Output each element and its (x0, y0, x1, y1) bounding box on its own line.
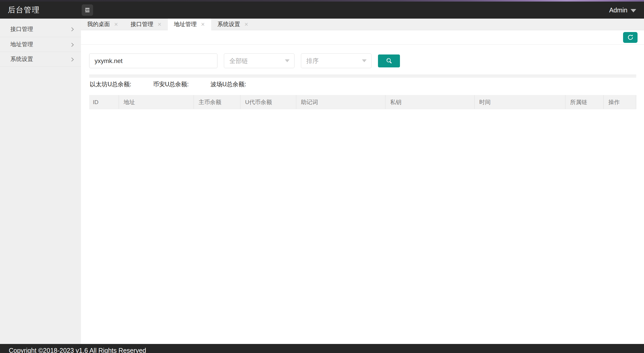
balance-stats: 以太坊U总余额: 币安U总余额: 波场U总余额: (81, 80, 644, 88)
sidebar-item-api-management[interactable]: 接口管理 (0, 21, 81, 37)
admin-app: 后台管理 Admin 接口管理 地址管理 系 (0, 0, 644, 353)
content-panel: 我的桌面 ✕ 接口管理 ✕ 地址管理 ✕ 系统设置 ✕ (81, 19, 644, 344)
tab-label: 地址管理 (174, 20, 197, 28)
caret-down-icon (631, 9, 636, 12)
sidebar-item-label: 接口管理 (10, 25, 33, 33)
app-header: 后台管理 Admin (0, 2, 644, 19)
chevron-right-icon (70, 43, 74, 47)
tab-system-settings[interactable]: 系统设置 ✕ (211, 19, 255, 30)
divider-strip (89, 74, 636, 78)
tab-label: 系统设置 (217, 20, 240, 28)
tab-label: 接口管理 (131, 20, 153, 28)
chain-select[interactable]: 全部链 (224, 53, 294, 68)
refresh-button[interactable] (623, 32, 638, 43)
refresh-icon (627, 34, 634, 41)
search-form: 全部链 排序 (81, 45, 644, 74)
caret-down-icon (285, 59, 290, 62)
column-time: 时间 (475, 95, 565, 109)
column-main-balance: 主币余额 (194, 95, 240, 109)
sidebar-item-label: 系统设置 (10, 55, 33, 63)
table-header: ID 地址 主币余额 U代币余额 助记词 私钥 时间 所属链 操作 (89, 95, 636, 109)
user-name: Admin (609, 6, 627, 14)
column-id: ID (89, 95, 119, 109)
collapse-menu-icon (84, 6, 91, 14)
bsc-u-balance-label: 币安U总余额: (153, 80, 189, 88)
sidebar-item-address-management[interactable]: 地址管理 (0, 37, 81, 52)
close-tab-icon[interactable]: ✕ (114, 22, 118, 27)
column-address: 地址 (119, 95, 194, 109)
search-icon (385, 57, 393, 65)
sort-select-value: 排序 (306, 57, 319, 65)
search-button[interactable] (378, 54, 400, 67)
sort-select[interactable]: 排序 (301, 53, 372, 68)
close-tab-icon[interactable]: ✕ (157, 22, 162, 27)
sidebar-item-system-settings[interactable]: 系统设置 (0, 52, 81, 67)
table-body-empty (81, 109, 644, 344)
copyright-text: Copyright ©2018-2023 v1.6 All Rights Res… (0, 344, 644, 353)
toolbar (81, 30, 644, 45)
column-mnemonic: 助记词 (296, 95, 385, 109)
caret-down-icon (362, 59, 367, 62)
column-chain: 所属链 (565, 95, 604, 109)
main-area: 接口管理 地址管理 系统设置 我的桌面 ✕ 接口管理 ✕ (0, 19, 644, 344)
tab-bar: 我的桌面 ✕ 接口管理 ✕ 地址管理 ✕ 系统设置 ✕ (81, 19, 644, 30)
sidebar: 接口管理 地址管理 系统设置 (0, 19, 81, 344)
tab-label: 我的桌面 (87, 20, 110, 28)
column-action: 操作 (604, 95, 636, 109)
column-private-key: 私钥 (385, 95, 475, 109)
chevron-right-icon (70, 27, 74, 32)
column-u-token-balance: U代币余额 (240, 95, 296, 109)
tab-api-management[interactable]: 接口管理 ✕ (124, 19, 168, 30)
tab-address-management[interactable]: 地址管理 ✕ (168, 19, 211, 30)
tron-u-balance-label: 波场U总余额: (210, 80, 246, 88)
app-footer: Copyright ©2018-2023 v1.6 All Rights Res… (0, 344, 644, 353)
search-input[interactable] (89, 53, 217, 68)
app-title: 后台管理 (0, 5, 81, 15)
sidebar-item-label: 地址管理 (10, 41, 33, 48)
close-tab-icon[interactable]: ✕ (201, 22, 205, 27)
chain-select-value: 全部链 (229, 57, 248, 65)
close-tab-icon[interactable]: ✕ (244, 22, 248, 27)
tab-my-desktop[interactable]: 我的桌面 ✕ (81, 19, 124, 30)
user-menu[interactable]: Admin (609, 6, 644, 14)
chevron-right-icon (70, 57, 74, 61)
sidebar-toggle-button[interactable] (82, 4, 93, 16)
eth-u-balance-label: 以太坊U总余额: (90, 80, 131, 88)
